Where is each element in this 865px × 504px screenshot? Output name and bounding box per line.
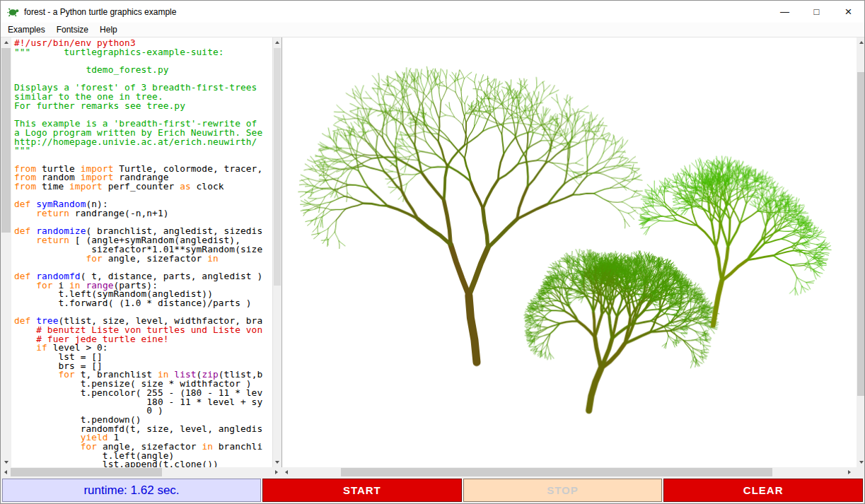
code-line: """ turtlegraphics-example-suite:: [14, 48, 272, 57]
code-vscrollbar-left: [1, 37, 11, 467]
scroll-down-button[interactable]: [273, 457, 281, 467]
scroll-right-button[interactable]: [844, 467, 854, 477]
scrollbar-track[interactable]: [273, 47, 281, 457]
code-line: from time import perf_counter as clock: [14, 182, 272, 192]
triangle-left-icon: [285, 470, 288, 474]
bottombar: runtime: 1.62 sec. START STOP CLEAR: [1, 477, 864, 503]
code-hscrollbar: [1, 467, 281, 477]
app-window: forest - a Python turtle graphics exampl…: [0, 0, 865, 504]
triangle-right-icon: [848, 470, 851, 474]
scrollbar-corner: [854, 467, 864, 477]
turtle-canvas: [282, 37, 857, 467]
canvas-pane: [281, 37, 864, 467]
code-line: for angle, sizefactor in: [14, 254, 272, 264]
code-pane: #!/usr/bin/env python3""" turtlegraphics…: [1, 37, 281, 467]
code-line: return randrange(-n,n+1): [14, 209, 272, 218]
code-line: lst.append(t.clone()): [14, 460, 272, 467]
triangle-up-icon: [275, 41, 279, 44]
window-controls: — □ ×: [769, 1, 864, 23]
hscroll-row: [1, 467, 864, 477]
menubar: Examples Fontsize Help: [1, 23, 864, 37]
scrollbar-track[interactable]: [857, 47, 864, 457]
code-line: For further remarks see tree.py: [14, 102, 272, 111]
triangle-down-icon: [859, 461, 864, 464]
scroll-left-button[interactable]: [281, 467, 291, 477]
scroll-up-button[interactable]: [273, 37, 281, 47]
minimize-button[interactable]: —: [769, 1, 801, 23]
scrollbar-thumb[interactable]: [274, 48, 281, 286]
scrollbar-thumb[interactable]: [1, 48, 11, 233]
scrollbar-track[interactable]: [1, 47, 11, 457]
scroll-right-button[interactable]: [272, 467, 281, 477]
code-line: http://homepage.univie.ac.at/erich.neuwi…: [14, 138, 272, 147]
menu-item-fontsize[interactable]: Fontsize: [51, 25, 94, 35]
triangle-up-icon: [4, 41, 8, 44]
stop-button[interactable]: STOP: [463, 479, 663, 502]
maximize-button[interactable]: □: [801, 1, 832, 23]
canvas-vscrollbar: [857, 37, 864, 467]
triangle-left-icon: [4, 470, 7, 474]
triangle-down-icon: [275, 461, 279, 464]
scroll-down-button[interactable]: [1, 457, 11, 467]
menu-item-help[interactable]: Help: [94, 25, 123, 35]
window-title: forest - a Python turtle graphics exampl…: [24, 7, 176, 17]
scroll-up-button[interactable]: [1, 37, 11, 47]
canvas-hscrollbar: [281, 467, 854, 477]
code-text[interactable]: #!/usr/bin/env python3""" turtlegraphics…: [11, 37, 272, 467]
scrollbar-thumb[interactable]: [857, 72, 864, 396]
code-line: tdemo_forest.py: [14, 66, 272, 75]
code-line: """: [14, 146, 272, 156]
main-area: #!/usr/bin/env python3""" turtlegraphics…: [1, 37, 864, 467]
close-button[interactable]: ×: [832, 1, 864, 23]
code-vscrollbar-right: [272, 37, 281, 467]
titlebar: forest - a Python turtle graphics exampl…: [1, 1, 864, 23]
scrollbar-track[interactable]: [11, 467, 272, 477]
menu-item-examples[interactable]: Examples: [2, 25, 51, 35]
scrollbar-track[interactable]: [291, 467, 844, 477]
code-line: t.forward( (1.0 * distance)/parts ): [14, 299, 272, 308]
scroll-up-button[interactable]: [857, 37, 864, 47]
turtle-icon: [7, 6, 20, 18]
triangle-down-icon: [4, 461, 8, 464]
scrollbar-thumb[interactable]: [11, 468, 162, 476]
clear-button[interactable]: CLEAR: [663, 479, 863, 502]
start-button[interactable]: START: [262, 479, 462, 502]
triangle-right-icon: [275, 470, 278, 474]
runtime-label: runtime: 1.62 sec.: [2, 479, 261, 502]
scroll-down-button[interactable]: [857, 457, 864, 467]
scrollbar-thumb[interactable]: [341, 468, 772, 476]
triangle-up-icon: [859, 41, 864, 44]
scroll-left-button[interactable]: [1, 467, 11, 477]
